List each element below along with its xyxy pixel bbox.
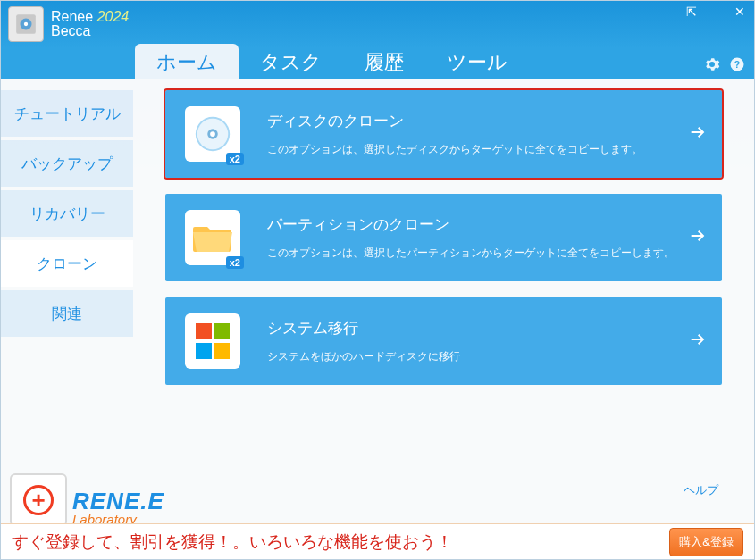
app-window: Renee 2024 Becca ⇱ — ✕ ホーム タスク 履歴 ツール ? … <box>0 0 755 560</box>
tab-tool[interactable]: ツール <box>425 44 529 79</box>
window-controls: ⇱ — ✕ <box>686 4 745 19</box>
arrow-right-icon <box>688 330 708 353</box>
close-icon[interactable]: ✕ <box>734 4 745 19</box>
card-title: ディスクのクローン <box>267 111 702 131</box>
body: チュートリアル バックアップ リカバリー クローン 関連 x2 ディスクのクロー… <box>1 79 754 559</box>
safe-icon <box>8 6 44 42</box>
x2-badge: x2 <box>226 153 244 165</box>
app-year: 2024 <box>97 9 130 24</box>
brand: Renee 2024 Becca <box>1 1 136 47</box>
app-sub: Becca <box>51 23 129 39</box>
header-right-icons: ? <box>704 56 745 72</box>
card-partition-clone[interactable]: x2 パーティションのクローン このオプションは、選択したパーティションからター… <box>165 194 722 281</box>
sidebar-item-related[interactable]: 関連 <box>1 290 133 337</box>
arrow-right-icon <box>688 226 708 249</box>
sidebar-item-recovery[interactable]: リカバリー <box>1 190 133 237</box>
footer-bar: すぐ登録して、割引を獲得！。いろいろな機能を使おう！ 購入&登録 <box>1 523 754 559</box>
main-tabs: ホーム タスク 履歴 ツール <box>135 44 529 79</box>
svg-point-8 <box>210 131 215 137</box>
card-system-migration[interactable]: システム移行 システムをほかのハードディスクに移行 <box>165 297 722 385</box>
tab-home[interactable]: ホーム <box>135 44 239 79</box>
card-desc: このオプションは、選択したディスクからターゲットに全てをコピーします。 <box>267 142 702 157</box>
app-name: Renee <box>51 9 93 24</box>
x2-badge: x2 <box>226 256 244 269</box>
sidebar-item-clone[interactable]: クローン <box>1 240 133 287</box>
sidebar-item-backup[interactable]: バックアップ <box>1 140 133 187</box>
disc-icon: x2 <box>185 106 240 162</box>
sidebar-item-tutorial[interactable]: チュートリアル <box>1 90 133 137</box>
card-desc: このオプションは、選択したパーティションからターゲットに全てをコピーします。 <box>267 246 702 261</box>
card-title: システム移行 <box>267 318 702 339</box>
help-icon[interactable]: ? <box>729 56 745 72</box>
folder-icon: x2 <box>185 210 240 265</box>
tab-task[interactable]: タスク <box>239 44 343 79</box>
buy-register-button[interactable]: 購入&登録 <box>669 528 743 556</box>
card-disk-clone[interactable]: x2 ディスクのクローン このオプションは、選択したディスクからターゲットに全て… <box>165 90 722 178</box>
windows-icon <box>185 313 240 369</box>
header: Renee 2024 Becca ⇱ — ✕ ホーム タスク 履歴 ツール ? <box>1 1 754 79</box>
footer: + RENE.E Laboratory すぐ登録して、割引を獲得！。いろいろな機… <box>1 470 754 559</box>
minimize-icon[interactable]: — <box>709 4 722 19</box>
promo-text: すぐ登録して、割引を獲得！。いろいろな機能を使おう！ <box>12 531 669 554</box>
keyboard-plus-icon: + <box>10 473 67 527</box>
card-title: パーティションのクローン <box>267 214 702 235</box>
pin-icon[interactable]: ⇱ <box>686 4 697 19</box>
svg-text:?: ? <box>734 59 740 70</box>
card-desc: システムをほかのハードディスクに移行 <box>267 349 702 364</box>
tab-history[interactable]: 履歴 <box>343 44 425 79</box>
arrow-right-icon <box>688 122 708 146</box>
svg-point-2 <box>24 22 28 26</box>
footer-brand: + RENE.E Laboratory <box>10 473 164 527</box>
gear-icon[interactable] <box>704 56 720 72</box>
